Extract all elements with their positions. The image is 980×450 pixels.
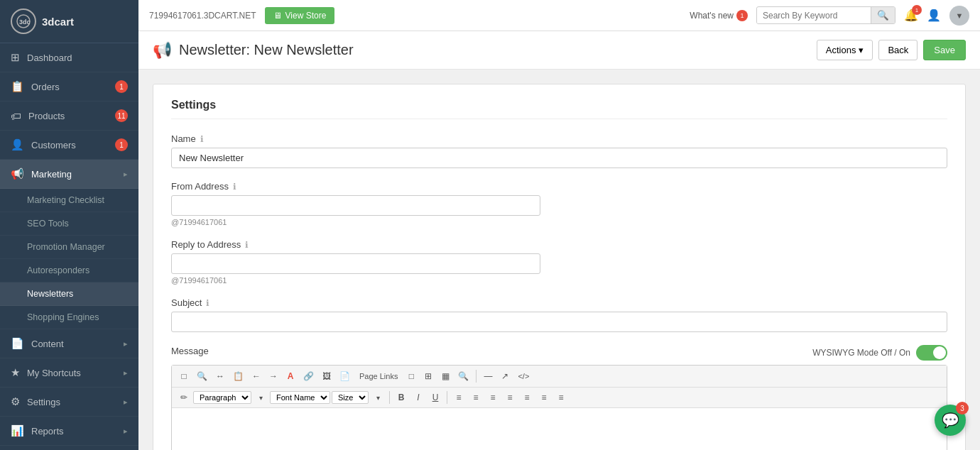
settings-expand-icon: ▸: [124, 397, 128, 407]
sidebar-logo[interactable]: 3dc 3dcart: [0, 0, 138, 43]
editor-body[interactable]: [172, 408, 947, 450]
orders-icon: 📋: [11, 80, 24, 93]
tb-source[interactable]: </>: [514, 368, 533, 384]
sidebar-sub-item-shopping-engines[interactable]: Shopping Engines: [0, 306, 138, 329]
search-box: 🔍: [756, 6, 895, 24]
settings-icon: ⚙: [11, 395, 20, 408]
tb-underline[interactable]: U: [428, 390, 443, 405]
avatar[interactable]: ▼: [949, 6, 969, 26]
tb-link[interactable]: 🔗: [300, 368, 317, 384]
tb-align-left[interactable]: ≡: [451, 390, 467, 405]
search-button[interactable]: 🔍: [871, 7, 895, 23]
whats-new-button[interactable]: What's new 1: [690, 10, 748, 21]
sidebar-sub-item-autoresponders[interactable]: Autoresponders: [0, 259, 138, 282]
from-address-label: From Address ℹ: [171, 181, 947, 192]
sidebar-sub-item-seo-tools[interactable]: SEO Tools: [0, 212, 138, 236]
subject-label: Subject ℹ: [171, 297, 947, 308]
sidebar-item-products[interactable]: 🏷 Products 11: [0, 101, 138, 131]
reply-to-hint: @71994617061: [171, 276, 947, 285]
sidebar-item-orders[interactable]: 📋 Orders 1: [0, 72, 138, 101]
sidebar-item-label: Orders: [31, 82, 60, 92]
sidebar-item-customers[interactable]: 👤 Customers 1: [0, 131, 138, 160]
editor-toolbar-2: ✏ Paragraph ▾ Font Name Size ▾: [172, 388, 947, 408]
main-area: 71994617061.3DCART.NET 🖥 View Store What…: [138, 0, 980, 450]
sidebar-item-label: My Shortcuts: [27, 368, 81, 378]
sub-item-label: Newsletters: [27, 289, 73, 299]
tb-resize[interactable]: ↔: [212, 368, 228, 384]
reports-icon: 📊: [11, 424, 24, 437]
topbar-right: What's new 1 🔍 🔔 1 👤 ▼: [690, 6, 969, 26]
tb-page-links[interactable]: Page Links: [355, 368, 402, 384]
notifications-badge: 1: [912, 5, 922, 15]
tb-table[interactable]: □: [403, 368, 419, 384]
page-header: 📢 Newsletter: New Newsletter Actions ▾ B…: [138, 31, 980, 70]
sidebar-item-dashboard[interactable]: ⊞ Dashboard: [0, 43, 138, 72]
user-profile-button[interactable]: 👤: [927, 9, 941, 22]
tb-doc[interactable]: 📄: [336, 368, 354, 384]
tb-align-right[interactable]: ≡: [485, 390, 501, 405]
from-address-input[interactable]: [171, 195, 540, 216]
sidebar-sub-item-newsletters[interactable]: Newsletters: [0, 282, 138, 306]
reply-to-field-group: Reply to Address ℹ @71994617061: [171, 239, 947, 285]
tb-select[interactable]: □: [176, 368, 192, 384]
tb-search[interactable]: 🔍: [193, 368, 211, 384]
tb-paste[interactable]: 📋: [229, 368, 247, 384]
size-select[interactable]: Size: [332, 391, 369, 404]
save-button[interactable]: Save: [923, 40, 966, 60]
sidebar-item-settings[interactable]: ⚙ Settings ▸: [0, 388, 138, 417]
content-icon: 📄: [11, 337, 24, 350]
sidebar-item-label: Content: [31, 339, 64, 349]
font-name-select[interactable]: Font Name: [270, 391, 330, 404]
tb-list-2[interactable]: ≡: [553, 390, 569, 405]
sidebar: 3dc 3dcart ⊞ Dashboard 📋 Orders 1 🏷 Prod…: [0, 0, 138, 450]
tb-list-1[interactable]: ≡: [536, 390, 552, 405]
wysiwyg-toggle[interactable]: [916, 345, 947, 361]
reply-to-input[interactable]: [171, 253, 540, 274]
logo-icon: 3dc: [11, 9, 36, 34]
sub-item-label: Promotion Manager: [27, 242, 105, 252]
sidebar-sub-item-marketing-checklist[interactable]: Marketing Checklist: [0, 189, 138, 212]
shortcuts-expand-icon: ▸: [124, 368, 128, 378]
notifications-button[interactable]: 🔔 1: [904, 9, 918, 22]
tb-link2[interactable]: ↗: [497, 368, 513, 384]
reports-expand-icon: ▸: [124, 427, 128, 436]
shortcuts-icon: ★: [11, 366, 20, 379]
whats-new-label: What's new: [690, 11, 734, 21]
tb-dropdown-2[interactable]: ▾: [370, 390, 386, 405]
tb-align-center[interactable]: ≡: [468, 390, 484, 405]
name-input[interactable]: [171, 148, 947, 168]
tb-redo[interactable]: →: [266, 368, 281, 384]
tb-hr[interactable]: —: [480, 368, 496, 384]
tb-dropdown-1[interactable]: ▾: [253, 390, 268, 405]
tb-layout[interactable]: ▦: [437, 368, 453, 384]
search-input[interactable]: [757, 8, 871, 23]
sidebar-item-content[interactable]: 📄 Content ▸: [0, 329, 138, 358]
paragraph-select[interactable]: Paragraph: [193, 391, 251, 404]
tb-find[interactable]: 🔍: [454, 368, 472, 384]
toolbar-divider-1: [476, 370, 477, 383]
sidebar-sub-item-promotion-manager[interactable]: Promotion Manager: [0, 236, 138, 259]
tb-outdent[interactable]: ≡: [519, 390, 535, 405]
tb-grid[interactable]: ⊞: [420, 368, 436, 384]
tb-undo[interactable]: ←: [249, 368, 264, 384]
reply-to-info-icon: ℹ: [245, 240, 249, 250]
actions-button[interactable]: Actions ▾: [817, 40, 873, 60]
sidebar-item-marketing[interactable]: 📢 Marketing ▸: [0, 160, 138, 189]
sidebar-item-my-shortcuts[interactable]: ★ My Shortcuts ▸: [0, 358, 138, 388]
subject-input[interactable]: [171, 312, 947, 332]
name-field-group: Name ℹ: [171, 133, 947, 168]
tb-bold[interactable]: B: [393, 390, 409, 405]
sidebar-item-reports[interactable]: 📊 Reports ▸: [0, 417, 138, 446]
back-button[interactable]: Back: [878, 40, 918, 60]
tb-styles-icon[interactable]: ✏: [176, 390, 192, 405]
chat-bubble[interactable]: 💬 3: [935, 405, 966, 436]
sidebar-item-modules[interactable]: 🚀 Modules: [0, 446, 138, 450]
view-store-button[interactable]: 🖥 View Store: [265, 7, 335, 24]
name-label: Name ℹ: [171, 133, 947, 144]
tb-indent[interactable]: ≡: [502, 390, 518, 405]
tb-italic[interactable]: I: [410, 390, 426, 405]
tb-font-color[interactable]: A: [283, 368, 298, 384]
editor-wrapper: □ 🔍 ↔ 📋 ← → A 🔗 🖼 📄 Page Links □ ⊞ ▦: [171, 365, 947, 450]
tb-image[interactable]: 🖼: [319, 368, 334, 384]
logo-text: 3dcart: [42, 16, 74, 28]
